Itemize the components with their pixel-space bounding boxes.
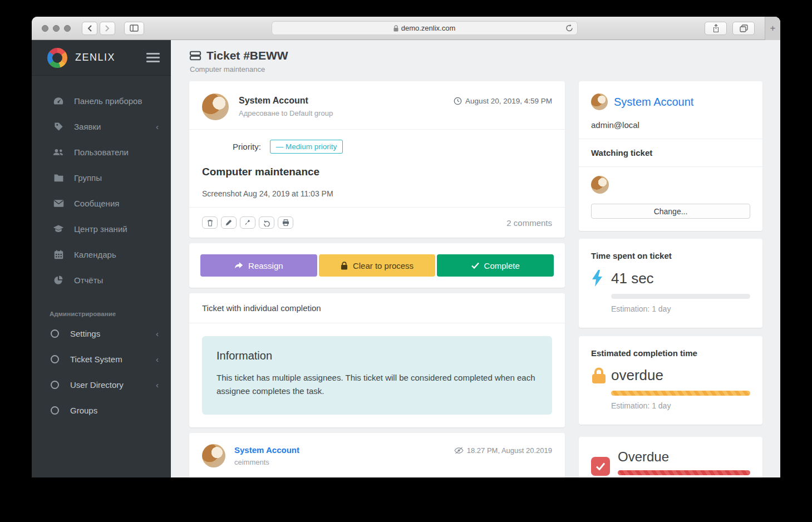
circle-icon [51, 406, 59, 415]
check-icon [471, 262, 479, 269]
pencil-icon [225, 219, 232, 226]
sidebar-item-user-directory[interactable]: User Directory ‹ [32, 372, 171, 397]
calendar-icon [53, 249, 64, 260]
comment-card: System Account ceimments 18.27 PM, Augus… [189, 433, 565, 477]
admin-section-label: Администрирование [32, 293, 171, 321]
pen-button[interactable] [240, 216, 255, 229]
lock-icon [341, 262, 348, 270]
complete-button[interactable]: Complete [437, 254, 554, 277]
sidebar-item-dashboard[interactable]: Панель приборов [32, 88, 171, 114]
printer-icon [282, 219, 289, 226]
main-menu: Панель приборов Заявки ‹ Пользователи Гр… [32, 76, 171, 293]
account-avatar [591, 93, 608, 110]
divider [579, 139, 762, 139]
ticket-author: System Account [239, 96, 454, 106]
address-bar[interactable]: demo.zenlix.com [272, 21, 578, 35]
reload-button[interactable] [565, 24, 573, 32]
watching-ticket-title: Watching ticket [591, 148, 750, 157]
individual-completion-title: Ticket with individual completion [189, 293, 565, 323]
account-name-link[interactable]: System Account [614, 96, 693, 109]
overdue-progressbar [618, 470, 750, 475]
delete-button[interactable] [202, 216, 218, 229]
eye-off-icon [454, 447, 464, 454]
collapse-menu-button[interactable] [146, 53, 160, 62]
tag-icon [53, 121, 64, 132]
undo-icon [263, 219, 270, 226]
back-button[interactable] [82, 22, 97, 35]
sidebar-item-ticket-system[interactable]: Ticket System ‹ [32, 346, 171, 372]
actions-card: Reassign Clear to process Complete [189, 243, 565, 288]
page-subtitle: Computer maintenance [190, 65, 780, 73]
trash-icon [207, 219, 213, 226]
lightning-bolt-icon [591, 269, 611, 287]
sidebar-item-calendar[interactable]: Календарь [32, 242, 171, 267]
comment-author-link[interactable]: System Account [234, 445, 454, 455]
information-box: Information This ticket has multiple ass… [202, 336, 552, 415]
sidebar-item-knowledge[interactable]: Центр знаний [32, 216, 171, 242]
circle-icon [51, 329, 59, 338]
circle-icon [51, 381, 59, 389]
divider [189, 129, 565, 130]
account-card: System Account admin@local Watching tick… [579, 81, 762, 231]
sidebar-item-admin-groups[interactable]: Groups [32, 397, 171, 423]
minimize-window-button[interactable] [53, 25, 60, 32]
time-spent-value: 41 sec [611, 270, 654, 287]
overdue-card: Overdue Estimation: 1 day [579, 437, 762, 477]
estimated-completion-title: Estimated completion time [591, 348, 750, 358]
new-tab-button[interactable]: + [765, 17, 780, 40]
app-sidebar: ZENLIX Панель приборов Заявки ‹ Пользова… [32, 40, 171, 477]
forward-button[interactable] [100, 22, 115, 35]
edit-button[interactable] [221, 216, 237, 229]
sidebar-item-messages[interactable]: Сообщения [32, 190, 171, 216]
time-spent-card: Time spent on ticket 41 sec Estimation: … [579, 239, 762, 328]
estimated-completion-value: overdue [611, 367, 663, 384]
sidebar-item-settings[interactable]: Settings ‹ [32, 321, 171, 346]
divider [189, 207, 565, 208]
sidebar-item-users[interactable]: Пользователи [32, 139, 171, 165]
change-watcher-button[interactable]: Change... [591, 204, 750, 219]
brand-bar: ZENLIX [32, 40, 171, 76]
divider [579, 166, 762, 167]
sidebar-toggle-button[interactable] [124, 22, 144, 35]
tabs-overview-button[interactable] [732, 22, 755, 35]
author-avatar [202, 93, 229, 120]
comment-time: 18.27 PM, August 20.2019 [467, 446, 552, 455]
sidebar-panel-icon [130, 24, 139, 32]
print-button[interactable] [278, 216, 293, 229]
zoom-window-button[interactable] [64, 25, 71, 32]
checkbox-checked-icon [591, 457, 610, 476]
share-icon [712, 24, 720, 33]
chevron-left-icon: ‹ [156, 380, 159, 390]
folder-icon [53, 172, 64, 183]
information-text: This ticket has multiple assignees. This… [216, 371, 538, 398]
chevron-right-icon [105, 25, 110, 32]
browser-toolbar: demo.zenlix.com + [32, 17, 780, 40]
chevron-left-icon: ‹ [156, 329, 159, 338]
sidebar-item-groups[interactable]: Группы [32, 165, 171, 190]
tabs-icon [740, 24, 748, 32]
time-spent-title: Time spent on ticket [591, 251, 750, 260]
main-content: Ticket #BEWW Computer maintenance System… [171, 40, 780, 477]
chevron-left-icon: ‹ [156, 122, 159, 131]
information-title: Information [216, 349, 538, 362]
chevron-left-icon: ‹ [156, 354, 159, 364]
traffic-lights [42, 25, 71, 32]
chevron-left-icon [87, 25, 92, 32]
lock-icon [393, 25, 398, 32]
ticket-card: System Account Адресоване to Default gro… [189, 81, 565, 238]
reassign-arrow-icon [234, 262, 243, 269]
share-button[interactable] [705, 22, 727, 35]
priority-badge[interactable]: — Medium priority [270, 140, 343, 154]
sidebar-item-reports[interactable]: Отчёты [32, 267, 171, 293]
estimated-completion-card: Estimated completion time overdue Estima… [579, 336, 762, 425]
clear-to-process-button[interactable]: Clear to process [319, 254, 436, 277]
watcher-avatar [591, 176, 609, 194]
brand-name: ZENLIX [75, 52, 146, 63]
graduation-cap-icon [53, 223, 64, 234]
url-text: demo.zenlix.com [401, 24, 456, 32]
zenlix-logo-icon [47, 48, 67, 68]
close-window-button[interactable] [42, 25, 48, 32]
reassign-button[interactable]: Reassign [200, 254, 317, 277]
undo-button[interactable] [259, 216, 274, 229]
sidebar-item-tickets[interactable]: Заявки ‹ [32, 114, 171, 139]
